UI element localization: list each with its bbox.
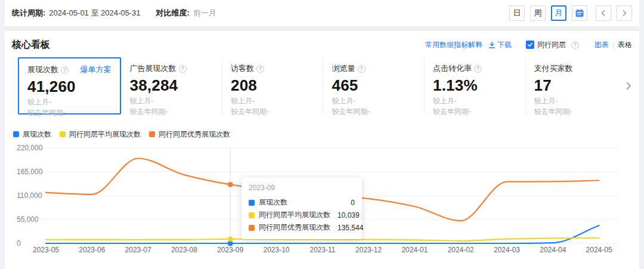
- svg-text:2023-06: 2023-06: [79, 246, 105, 254]
- metric-card-pageviews[interactable]: 浏览量? 465 较上月- 较去年同期-: [323, 57, 425, 115]
- view-toggle-separator: |: [612, 41, 614, 49]
- panel-header: 核心看板 常用数据指标解释 下载 同行同层 ?: [12, 37, 632, 52]
- legend-item-impressions[interactable]: 展现次数: [13, 129, 51, 140]
- card-compare-month: 较上月-: [130, 97, 214, 106]
- granularity-day-button[interactable]: 日: [509, 5, 525, 21]
- card-title: 广告展现次数?: [130, 63, 187, 74]
- tooltip-row: 展现次数0: [249, 197, 355, 208]
- card-title: 访客数?: [231, 63, 264, 74]
- hot-sale-plan-link[interactable]: 爆单方案: [80, 64, 112, 75]
- svg-text:2024-03: 2024-03: [494, 246, 520, 254]
- metric-card-paying-buyers[interactable]: 支付买家数 17 较上月- 较去年同期-: [525, 57, 627, 115]
- analytics-dashboard: 统计周期: 2024-05-01 至 2024-05-31 对比维度: 前一月 …: [0, 0, 644, 269]
- card-compare-month: 较上月-: [27, 98, 112, 107]
- legend-swatch-orange: [149, 131, 155, 137]
- section-divider: [0, 26, 644, 31]
- legend-item-peer-average[interactable]: 同行同层平均展现次数: [60, 129, 141, 140]
- metric-cards: 展现次数? 爆单方案 41,260 较上月- 较去年同期- 广告展现次数? 38…: [18, 57, 626, 115]
- check-icon: [527, 42, 533, 48]
- card-title: 浏览量?: [332, 63, 366, 74]
- card-value: 38,284: [130, 76, 214, 95]
- tooltip-row: 同行同层平均展现次数10,039: [249, 210, 355, 220]
- tooltip-row: 同行同层优秀展现次数135,544: [249, 222, 355, 233]
- period-value: 2024-05-01 至 2024-05-31: [49, 8, 140, 18]
- help-icon[interactable]: ?: [256, 65, 264, 73]
- svg-text:0: 0: [17, 239, 21, 248]
- svg-text:2023-05: 2023-05: [33, 246, 59, 254]
- download-link[interactable]: 下载: [488, 40, 512, 50]
- chevron-left-icon: [600, 10, 607, 17]
- chevron-right-icon: [624, 82, 633, 90]
- card-value: 1.13%: [433, 76, 517, 95]
- chart-legend: 展现次数 同行同层平均展现次数 同行同层优秀展现次数: [13, 130, 632, 138]
- card-compare-year: 较去年同期-: [130, 107, 214, 116]
- svg-text:110,000: 110,000: [17, 191, 42, 200]
- legend-swatch-yellow: [60, 131, 66, 137]
- metric-card-visitors[interactable]: 访客数? 208 较上月- 较去年同期-: [222, 57, 323, 115]
- period-label: 统计周期:: [12, 8, 45, 18]
- calendar-icon: [575, 8, 584, 18]
- granularity-week-button[interactable]: 周: [530, 5, 546, 21]
- card-compare-year: 较去年同期-: [231, 107, 315, 116]
- period-info: 统计周期: 2024-05-01 至 2024-05-31 对比维度: 前一月: [12, 8, 216, 18]
- svg-text:2023-12: 2023-12: [355, 246, 382, 254]
- card-title: 点击转化率?: [433, 63, 482, 74]
- svg-text:2023-08: 2023-08: [171, 246, 197, 254]
- card-compare-month: 较上月-: [332, 97, 416, 106]
- card-value: 41,260: [27, 78, 112, 96]
- svg-text:2023-07: 2023-07: [125, 246, 151, 254]
- help-icon[interactable]: ?: [179, 65, 187, 73]
- svg-text:2024-04: 2024-04: [540, 246, 566, 254]
- svg-text:2024-02: 2024-02: [448, 246, 474, 254]
- card-title: 支付买家数: [534, 63, 573, 74]
- svg-text:2023-11: 2023-11: [309, 246, 335, 254]
- granularity-month-button[interactable]: 月: [551, 5, 566, 21]
- next-period-button[interactable]: [617, 5, 632, 21]
- view-toggle: 图表 | 表格: [595, 40, 632, 50]
- peer-layer-checkbox[interactable]: [526, 41, 534, 49]
- tooltip-rows: 展现次数0同行同层平均展现次数10,039同行同层优秀展现次数135,544: [249, 197, 355, 233]
- date-picker-button[interactable]: [572, 5, 587, 21]
- peer-layer-toggle: 同行同层 ?: [526, 40, 579, 50]
- svg-text:2024-01: 2024-01: [401, 246, 428, 254]
- help-icon[interactable]: ?: [474, 65, 482, 73]
- card-compare-month: 较上月-: [433, 97, 517, 106]
- card-compare-year: 较去年同期-: [433, 107, 517, 116]
- peer-layer-label: 同行同层: [537, 40, 566, 50]
- granularity-controls: 日 周 月: [509, 5, 632, 21]
- table-view-tab[interactable]: 表格: [618, 40, 632, 50]
- card-value: 17: [534, 76, 618, 95]
- legend-item-peer-excellent[interactable]: 同行同层优秀展现次数: [149, 129, 230, 140]
- compare-label: 对比维度:: [156, 8, 190, 18]
- core-dashboard-panel: 核心看板 常用数据指标解释 下载 同行同层 ?: [5, 31, 639, 269]
- filter-bar: 统计周期: 2024-05-01 至 2024-05-31 对比维度: 前一月 …: [5, 0, 639, 26]
- chart-tooltip: 2023-09 展现次数0同行同层平均展现次数10,039同行同层优秀展现次数1…: [242, 178, 362, 239]
- card-value: 465: [332, 76, 416, 95]
- download-icon: [488, 41, 496, 49]
- panel-title: 核心看板: [12, 39, 50, 51]
- help-icon[interactable]: ?: [571, 41, 579, 49]
- legend-swatch-blue: [13, 131, 19, 137]
- metric-card-click-conversion[interactable]: 点击转化率? 1.13% 较上月- 较去年同期-: [424, 57, 525, 115]
- metric-card-impressions[interactable]: 展现次数? 爆单方案 41,260 较上月- 较去年同期-: [18, 57, 121, 115]
- chevron-right-icon: [621, 10, 628, 17]
- card-value: 208: [231, 76, 315, 95]
- help-icon[interactable]: ?: [61, 66, 69, 74]
- svg-text:2023-09: 2023-09: [217, 246, 243, 254]
- metric-card-ad-impressions[interactable]: 广告展现次数? 38,284 较上月- 较去年同期-: [121, 57, 222, 115]
- help-icon[interactable]: ?: [358, 65, 366, 73]
- cards-next-button[interactable]: [623, 79, 634, 93]
- previous-period-button[interactable]: [596, 5, 611, 21]
- tooltip-title: 2023-09: [249, 184, 355, 192]
- card-compare-year: 较去年同期-: [534, 107, 618, 116]
- card-compare-year: 较去年同期-: [27, 109, 112, 118]
- trend-chart-area: 055,000110,000165,000220,0002023-052023-…: [12, 140, 632, 256]
- metric-help-link[interactable]: 常用数据指标解释: [425, 40, 482, 50]
- svg-text:55,000: 55,000: [17, 215, 39, 224]
- chart-view-tab[interactable]: 图表: [595, 40, 609, 50]
- card-title: 展现次数?: [27, 64, 69, 75]
- svg-text:165,000: 165,000: [17, 168, 43, 176]
- card-compare-month: 较上月-: [231, 97, 315, 106]
- card-compare-month: 较上月-: [534, 97, 618, 106]
- svg-text:220,000: 220,000: [17, 144, 43, 152]
